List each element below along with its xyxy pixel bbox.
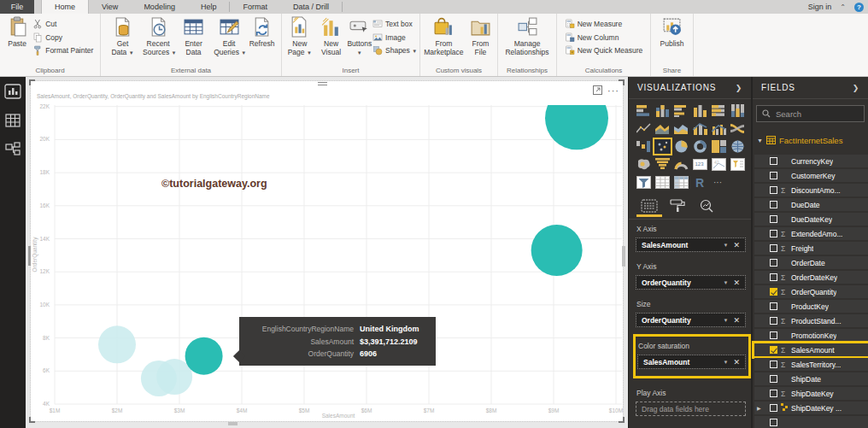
- field-duedatekey[interactable]: DueDateKey: [754, 213, 868, 226]
- tab-modeling[interactable]: Modeling: [131, 0, 188, 14]
- visual-resize-corner[interactable]: [619, 417, 625, 423]
- collapse-fields-icon[interactable]: ❯: [853, 84, 859, 92]
- gauge-icon[interactable]: [674, 158, 689, 171]
- pane-tab-analytics[interactable]: [699, 199, 716, 213]
- pane-tab-format[interactable]: [670, 199, 687, 213]
- new-column-button[interactable]: New Column: [565, 32, 643, 43]
- field-checkbox[interactable]: [770, 288, 777, 296]
- canvas-scrollbar-vertical[interactable]: [622, 246, 625, 267]
- remove-field-icon[interactable]: ✕: [733, 316, 740, 325]
- field-checkbox[interactable]: [770, 172, 777, 179]
- funnel-chart-icon[interactable]: [655, 158, 670, 171]
- pane-tab-fields[interactable]: [641, 199, 658, 213]
- text-box-button[interactable]: Text box: [372, 19, 417, 29]
- visual-resize-corner[interactable]: [29, 79, 35, 85]
- field-partial[interactable]: [754, 416, 868, 428]
- field-checkbox[interactable]: [770, 186, 777, 194]
- field-dropdown-icon[interactable]: ▼: [724, 360, 729, 365]
- treemap-chart-icon[interactable]: [712, 140, 726, 153]
- field-orderdate[interactable]: OrderDate: [754, 256, 868, 269]
- field-shipdatekey[interactable]: ΣShipDateKey: [754, 387, 868, 400]
- well-x-axis-field[interactable]: SalesAmount ▼✕: [636, 237, 746, 252]
- multi-row-card-icon[interactable]: 123: [693, 158, 707, 171]
- shapes-button[interactable]: Shapes ▼: [372, 45, 417, 56]
- slicer-2-icon[interactable]: [636, 176, 651, 189]
- field-dropdown-icon[interactable]: ▼: [724, 243, 729, 248]
- refresh-button[interactable]: Refresh: [249, 15, 275, 49]
- visual-resize-corner[interactable]: [29, 417, 35, 423]
- more-options-icon[interactable]: ···: [712, 176, 726, 189]
- well-y-axis-field[interactable]: OrderQuantity ▼✕: [636, 275, 746, 290]
- waterfall-chart-icon[interactable]: [636, 140, 651, 153]
- field-currencykey[interactable]: CurrencyKey: [754, 155, 868, 167]
- field-checkbox[interactable]: [770, 244, 777, 252]
- new-measure-button[interactable]: New Measure: [565, 19, 643, 29]
- stacked-column-chart-icon[interactable]: [655, 104, 670, 117]
- field-freight[interactable]: ΣFreight: [754, 242, 868, 255]
- field-discountamo-[interactable]: ΣDiscountAmo...: [754, 184, 868, 196]
- canvas-scrollbar-horizontal[interactable]: [228, 422, 238, 425]
- image-button[interactable]: Image: [372, 32, 417, 43]
- field-customerkey[interactable]: CustomerKey: [754, 169, 868, 182]
- field-salesterritory-[interactable]: ΣSalesTerritory...: [754, 358, 868, 371]
- tab-format[interactable]: Format: [230, 0, 280, 14]
- visual-resize-corner[interactable]: [619, 79, 625, 85]
- slicer-icon[interactable]: [730, 158, 745, 171]
- field-checkbox[interactable]: [770, 375, 777, 383]
- nav-model-view[interactable]: [5, 142, 21, 159]
- cut-button[interactable]: Cut: [32, 19, 93, 29]
- column-100-chart-icon[interactable]: [730, 104, 745, 117]
- field-dropdown-icon[interactable]: ▼: [724, 280, 729, 285]
- line-clustered-column-chart-icon[interactable]: [712, 122, 726, 135]
- publish-button[interactable]: Publish: [660, 15, 684, 49]
- tab-help[interactable]: Help: [188, 0, 230, 14]
- field-productstand-[interactable]: ΣProductStand...: [754, 314, 868, 327]
- field-checkbox[interactable]: [770, 361, 777, 368]
- r-script-icon[interactable]: R: [693, 176, 707, 189]
- field-checkbox[interactable]: [770, 346, 777, 354]
- collapse-table-icon[interactable]: ▼: [757, 138, 763, 144]
- field-checkbox[interactable]: [770, 419, 777, 426]
- field-checkbox[interactable]: [770, 390, 777, 397]
- field-productkey[interactable]: ProductKey: [754, 300, 868, 313]
- field-checkbox[interactable]: [770, 302, 777, 310]
- report-canvas[interactable]: ··· SalesAmount, OrderQuantity, OrderQua…: [26, 77, 628, 428]
- field-orderquantity[interactable]: ΣOrderQuantity: [754, 285, 868, 298]
- well-play-axis-dropzone[interactable]: Drag data fields here: [636, 402, 746, 416]
- clustered-column-chart-icon[interactable]: [693, 104, 707, 117]
- field-salesamount[interactable]: ΣSalesAmount: [754, 343, 868, 356]
- filled-map-icon[interactable]: [636, 158, 651, 171]
- from-file-button[interactable]: From File: [466, 15, 496, 56]
- recent-sources-button[interactable]: Recent Sources ▼: [143, 15, 173, 57]
- scatter-chart-icon[interactable]: [655, 140, 670, 153]
- map-icon[interactable]: [730, 140, 745, 153]
- copy-button[interactable]: Copy: [32, 32, 93, 43]
- remove-field-icon[interactable]: ✕: [733, 241, 740, 249]
- visual-resize-handle-left[interactable]: [28, 246, 31, 266]
- field-shipdatekey-[interactable]: ▶ShipDateKey ...: [754, 402, 868, 414]
- field-checkbox[interactable]: [770, 157, 777, 165]
- field-checkbox[interactable]: [770, 215, 777, 223]
- stacked-bar-chart-icon[interactable]: [636, 104, 651, 117]
- collapse-ribbon-icon[interactable]: ⌃: [840, 3, 846, 11]
- search-input[interactable]: Search: [756, 105, 865, 122]
- nav-data-view[interactable]: [5, 114, 21, 131]
- field-checkbox[interactable]: [770, 259, 777, 267]
- pie-chart-icon[interactable]: [674, 140, 689, 153]
- scatter-chart-visual[interactable]: ··· SalesAmount, OrderQuantity, OrderQua…: [31, 81, 623, 421]
- collapse-visualizations-icon[interactable]: ❯: [736, 84, 742, 92]
- kpi-icon[interactable]: 42: [712, 158, 726, 171]
- field-duedate[interactable]: DueDate: [754, 198, 868, 211]
- sign-in-link[interactable]: Sign in: [808, 3, 832, 11]
- field-dropdown-icon[interactable]: ▼: [724, 318, 729, 323]
- enter-data-button[interactable]: Enter Data: [179, 15, 209, 56]
- tab-view[interactable]: View: [89, 0, 131, 14]
- ribbon-chart-icon[interactable]: [730, 122, 745, 135]
- stacked-area-chart-icon[interactable]: [674, 122, 689, 135]
- new-visual-button[interactable]: New Visual: [316, 15, 347, 56]
- table-icon[interactable]: [655, 176, 670, 189]
- field-checkbox[interactable]: [770, 331, 777, 339]
- well-color-saturation-field[interactable]: SalesAmount ▼✕: [637, 355, 746, 369]
- field-extendedamo-[interactable]: ΣExtendedAmo...: [754, 227, 868, 240]
- new-quick-measure-button[interactable]: New Quick Measure: [565, 45, 643, 56]
